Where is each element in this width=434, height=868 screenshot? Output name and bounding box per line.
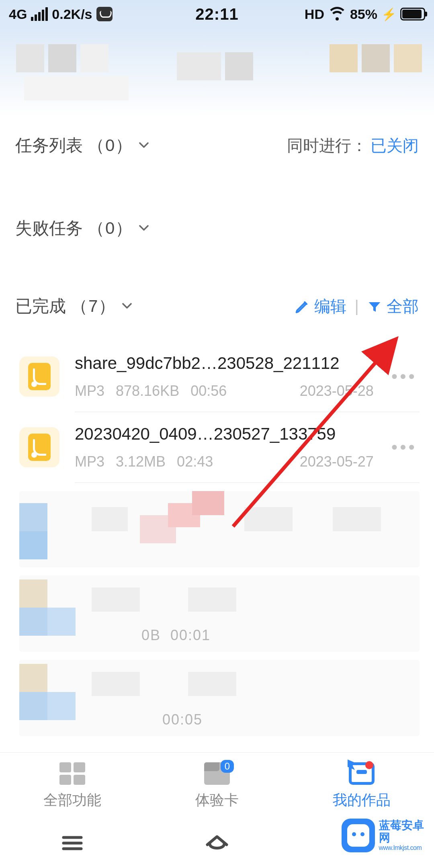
pencil-icon [295,297,314,315]
watermark-title: 蓝莓安卓网 [379,819,434,844]
wifi-icon [328,7,346,21]
tab-label: 体验卡 [195,790,239,810]
file-item-redacted[interactable]: ⠀⠀⠀ ⠀⠀ 00:05 [19,660,420,736]
watermark-sub: www.lmkjst.com [379,844,434,852]
filter-label: 全部 [387,297,419,315]
failed-count: （0） [88,217,133,240]
file-item-meta-redacted: ⠀⠀⠀ ⠀0B 00:01 [92,627,211,644]
charging-icon: ⚡ [381,7,396,21]
more-button[interactable]: ••• [389,437,420,457]
filter-button[interactable]: 全部 [367,295,419,317]
file-duration: 00:56 [190,383,227,399]
battery-percent: 85% [350,6,377,22]
file-format: MP3 [75,383,104,399]
file-size: 3.12MB [116,453,166,470]
signal-icon [31,7,48,21]
filter-icon [367,297,387,315]
tab-trial-card[interactable]: 0 体验卡 [145,753,289,820]
header-area-redacted [0,28,434,117]
file-date: 2023-05-27 [300,453,374,470]
file-name: 20230420_0409…230527_133759 [75,424,374,444]
edit-button[interactable]: 编辑 [295,295,346,317]
task-list-label: 任务列表 [15,134,83,157]
file-name: share_99dc7bb2…230528_221112 [75,354,374,373]
file-item-redacted[interactable] [19,491,420,567]
file-item[interactable]: share_99dc7bb2…230528_221112 MP3 878.16K… [0,342,434,411]
tab-label: 全部功能 [43,790,101,810]
file-format: MP3 [75,453,104,470]
section-completed[interactable]: 已完成 （7） 编辑 | 全部 [0,295,434,317]
concurrent-state: 已关闭 [371,135,419,157]
watermark-icon [342,819,375,852]
net-type: 4G [9,6,27,22]
file-list: share_99dc7bb2…230528_221112 MP3 878.16K… [0,342,434,736]
nav-menu-button[interactable] [59,832,85,856]
card-icon: 0 [204,762,230,785]
watermark: 蓝莓安卓网 www.lmkjst.com [342,813,434,858]
file-date: 2023-05-28 [300,383,374,399]
tab-label: 我的作品 [333,790,391,810]
status-bar: 4G 0.2K/s 22:11 HD 85% ⚡ [0,0,434,28]
grid-icon [59,762,85,785]
divider: | [354,297,358,315]
more-button[interactable]: ••• [389,366,420,387]
file-item[interactable]: 20230420_0409…230527_133759 MP3 3.12MB 0… [0,412,434,482]
tab-bar: 全部功能 0 体验卡 我的作品 [0,752,434,820]
net-speed: 0.2K/s [52,6,92,22]
audio-file-icon [19,427,59,467]
section-failed[interactable]: 失败任务 （0） [0,217,434,240]
box-icon [349,762,375,785]
hd-indicator: HD [305,6,324,22]
tab-all-functions[interactable]: 全部功能 [0,753,145,820]
tab-my-works[interactable]: 我的作品 [289,753,434,820]
battery-icon [400,8,425,20]
section-task-list[interactable]: 任务列表 （0） 同时进行： 已关闭 [0,134,434,157]
completed-count: （7） [71,295,116,317]
chevron-down-icon [121,297,133,316]
edit-label: 编辑 [314,297,346,315]
concurrent-toggle[interactable]: 同时进行： 已关闭 [287,135,419,157]
notification-dot-icon [365,761,373,769]
failed-label: 失败任务 [15,217,83,240]
concurrent-label: 同时进行： [287,135,367,157]
badge: 0 [221,760,234,773]
file-duration: 02:43 [177,453,213,470]
separator [75,482,420,483]
file-item-meta-redacted: ⠀⠀⠀ ⠀⠀ 00:05 [92,711,203,728]
task-list-count: （0） [88,134,133,157]
nav-home-button[interactable] [204,832,230,856]
status-time: 22:11 [195,5,238,23]
audio-file-icon [19,356,59,397]
completed-label: 已完成 [15,295,66,317]
chevron-down-icon [138,136,150,155]
file-item-redacted[interactable]: ⠀⠀⠀ ⠀0B 00:01 [19,575,420,652]
chevron-down-icon [138,219,150,238]
notification-app-icon [96,7,113,21]
file-size: 878.16KB [116,383,179,399]
